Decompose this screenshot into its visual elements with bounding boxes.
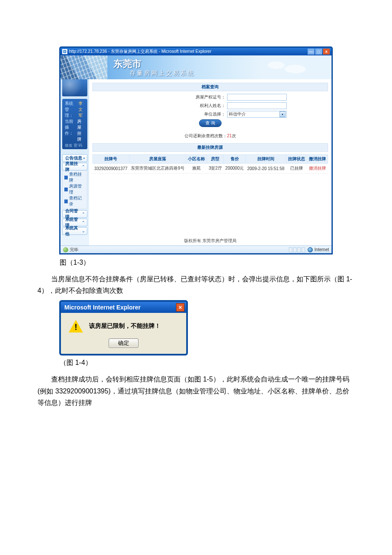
- nav-sub-item-record[interactable]: 查档记录: [64, 195, 85, 207]
- th-time: 挂牌时间: [245, 155, 286, 164]
- sidebar-sysmgr-label: 系统管理：: [65, 101, 77, 119]
- cell-status: 已挂牌: [286, 164, 307, 173]
- ie-favicon-icon: [62, 49, 67, 54]
- remain-suffix: 次: [232, 133, 236, 138]
- app-header: 东莞市 存量房网上交易系统: [61, 55, 331, 79]
- th-cancel: 撤消挂牌: [307, 155, 328, 164]
- chevron-down-icon: ⌄: [82, 229, 85, 233]
- ie-titlebar: http://172.21.78.236 - 东莞存量房网上交易系统 - Mic…: [61, 48, 331, 55]
- sidebar: 系统管理： 李文军 当前操作： 房屋挂牌 修改 密 码 公告信息 «: [61, 79, 89, 246]
- ie-browser-window: http://172.21.78.236 - 东莞存量房网上交易系统 - Mic…: [60, 47, 332, 254]
- dialog-ok-button[interactable]: 确定: [109, 338, 138, 348]
- dialog-titlebar: Microsoft Internet Explorer ×: [61, 302, 186, 313]
- nav-item-label: 系统其他: [65, 225, 82, 237]
- chevron-up-icon: ⌃: [82, 220, 85, 225]
- header-clouds-graphic: [263, 59, 314, 76]
- header-system-name: 存量房网上交易系统: [130, 69, 195, 77]
- table-row: 33292009001377 东莞市莞城区北正路四巷9号 雅苑 3室2厅 200…: [92, 164, 328, 173]
- cell-no: 33292009001377: [92, 164, 129, 173]
- select-unit[interactable]: 科信中介 ▾: [227, 111, 287, 118]
- label-owner: 权利人姓名：: [180, 103, 227, 109]
- input-owner[interactable]: [227, 102, 287, 109]
- chevron-down-icon: ▾: [280, 111, 285, 117]
- figure-caption-1-3: 图（1-3）: [60, 258, 392, 267]
- cancel-listing-link[interactable]: 撤消挂牌: [309, 166, 326, 171]
- nav-item-label: 房屋挂牌: [65, 161, 82, 173]
- sidebar-curop-label: 当前操作：: [65, 119, 75, 142]
- table-header-row: 挂牌号 房屋座落 小区名称 房型 售价 挂牌时间 挂牌状态 撤消挂牌: [92, 155, 328, 164]
- status-cells: [289, 247, 305, 252]
- warning-exclamation: !: [75, 322, 78, 332]
- remaining-query-count: 公司还剩余查档次数：21次: [92, 133, 328, 139]
- th-price: 售价: [224, 155, 245, 164]
- file-icon: [64, 176, 68, 179]
- dialog-title-text: Microsoft Internet Explorer: [64, 304, 141, 311]
- cell-addr: 东莞市莞城区北正路四巷9号: [129, 164, 186, 173]
- query-button[interactable]: 查 询: [199, 119, 222, 127]
- minimize-button[interactable]: —: [308, 49, 314, 55]
- label-unit: 单位选择：: [180, 111, 227, 117]
- maximize-button[interactable]: □: [315, 49, 322, 55]
- nav-sub-item-archive[interactable]: 查档挂牌: [64, 171, 85, 183]
- nav-sub-item-source[interactable]: 房源管理: [64, 183, 85, 195]
- nav-sub-label: 房源管理: [69, 183, 85, 195]
- input-cert-no[interactable]: [227, 94, 287, 101]
- warning-icon: !: [69, 320, 83, 332]
- status-zone: Internet: [308, 247, 329, 252]
- file-icon: [64, 188, 68, 191]
- nav-sub-label: 查档记录: [69, 195, 85, 207]
- chevron-up-icon: ⌃: [82, 212, 85, 216]
- query-form: 房屋产权证号： 权利人姓名： 单位选择： 科信中介 ▾: [133, 94, 287, 129]
- copyright-text: 版权所有 东莞市房产管理局: [92, 238, 328, 244]
- select-unit-value: 科信中介: [229, 111, 246, 117]
- sidebar-sysmgr-user: 李文军: [78, 101, 86, 119]
- th-addr: 房屋座落: [129, 155, 186, 164]
- sidebar-nav: 公告信息 « 房屋挂牌 ⌃ 查档挂牌 房源管理 查档记录: [62, 154, 87, 236]
- section-archive-query-title: 档案查询: [92, 83, 328, 91]
- nav-sub-listing: 查档挂牌 房源管理 查档记录: [62, 171, 87, 209]
- header-city-name: 东莞市: [113, 58, 195, 70]
- th-area: 小区名称: [186, 155, 207, 164]
- sidebar-operator-panel: 系统管理： 李文军 当前操作： 房屋挂牌 修改 密 码: [62, 99, 87, 149]
- status-done-text: 完毕: [70, 247, 78, 253]
- th-status: 挂牌状态: [286, 155, 307, 164]
- sidebar-curop-value: 房屋挂牌: [77, 119, 86, 142]
- th-no: 挂牌号: [92, 155, 129, 164]
- ie-status-bar: 完毕 Internet: [61, 246, 331, 253]
- status-zone-text: Internet: [314, 247, 329, 252]
- paragraph-1: 当房屋信息不符合挂牌条件（房屋已转移、已查封等状态）时，会弹出提示信息，如下图所…: [37, 273, 355, 296]
- remain-prefix: 公司还剩余查档次数：: [184, 133, 227, 138]
- file-icon: [64, 199, 68, 203]
- cell-area: 雅苑: [186, 164, 207, 173]
- nav-item-listing[interactable]: 房屋挂牌 ⌃: [62, 163, 87, 171]
- chevron-up-icon: ⌃: [82, 165, 85, 169]
- status-done-icon: [63, 247, 68, 252]
- nav-sub-label: 查档挂牌: [69, 171, 85, 183]
- paragraph-2: 查档挂牌成功后，会转到相应挂牌信息页面（如图 1-5），此时系统会自动生成一个唯…: [37, 373, 355, 408]
- internet-zone-icon: [308, 247, 313, 252]
- cell-price: 200000元: [224, 164, 245, 173]
- label-cert-no: 房屋产权证号：: [180, 94, 227, 100]
- section-latest-listing-title: 最新挂牌房源: [92, 143, 328, 152]
- collapse-icon: «: [83, 156, 85, 160]
- header-building-graphic: [61, 55, 107, 79]
- cell-time: 2009-2-20 15:51:58: [245, 164, 286, 173]
- sidebar-top-graphic: [62, 79, 87, 96]
- th-type: 房型: [207, 155, 224, 164]
- remain-count: 21: [227, 133, 232, 138]
- listing-table: 挂牌号 房屋座落 小区名称 房型 售价 挂牌时间 挂牌状态 撤消挂牌: [92, 154, 328, 173]
- main-content: 档案查询 房屋产权证号： 权利人姓名： 单位选择：: [89, 79, 331, 246]
- cell-type: 3室2厅: [207, 164, 224, 173]
- nav-item-sysother[interactable]: 系统其他 ⌄: [62, 227, 87, 235]
- figure-caption-1-4: （图 1-4）: [60, 358, 392, 367]
- close-button[interactable]: ×: [323, 49, 330, 55]
- ie-window-title: http://172.21.78.236 - 东莞存量房网上交易系统 - Mic…: [69, 49, 308, 55]
- sidebar-change-password[interactable]: 修改 密 码: [65, 143, 86, 148]
- nav-item-label: 公告信息: [65, 155, 82, 161]
- dialog-close-button[interactable]: ×: [176, 303, 184, 312]
- dialog-message: 该房屋已限制，不能挂牌！: [89, 322, 161, 330]
- ie-alert-dialog: Microsoft Internet Explorer × ! 该房屋已限制，不…: [60, 301, 187, 355]
